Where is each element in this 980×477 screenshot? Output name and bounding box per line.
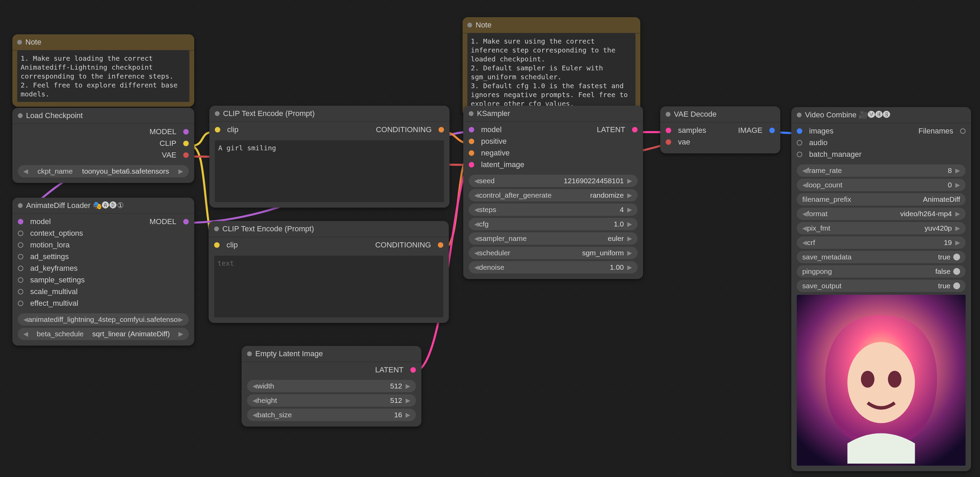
input-port-motion-lora[interactable] (18, 242, 23, 248)
left-arrow-icon[interactable]: ◀ (474, 264, 479, 271)
load-checkpoint-header[interactable]: Load Checkpoint (12, 108, 194, 124)
input-port-clip[interactable] (214, 242, 220, 248)
animatediff-loader-header[interactable]: AnimateDiff Loader 🎭🅐🅓① (12, 198, 194, 214)
clip-pos-header[interactable]: CLIP Text Encode (Prompt) (209, 106, 450, 122)
sampler-name-widget[interactable]: ◀sampler_nameeuler▶ (469, 232, 638, 245)
right-arrow-icon[interactable]: ▶ (627, 177, 632, 184)
left-arrow-icon[interactable]: ◀ (474, 249, 479, 257)
input-port-negative[interactable] (469, 150, 474, 156)
right-arrow-icon[interactable]: ▶ (955, 167, 960, 174)
right-arrow-icon[interactable]: ▶ (406, 397, 410, 404)
clip-neg-header[interactable]: CLIP Text Encode (Prompt) (208, 221, 449, 237)
output-port-filenames[interactable] (960, 128, 966, 134)
batch-size-widget[interactable]: ◀batch_size16▶ (247, 409, 416, 421)
collapse-dot-icon[interactable] (467, 23, 472, 27)
collapse-dot-icon[interactable] (247, 351, 252, 356)
input-port-samples[interactable] (666, 128, 671, 133)
right-arrow-icon[interactable]: ▶ (627, 220, 632, 228)
right-arrow-icon[interactable]: ▶ (955, 239, 960, 246)
left-arrow-icon[interactable]: ◀ (23, 330, 28, 338)
pingpong-toggle[interactable]: pingpongfalse (797, 265, 966, 278)
note-node-1[interactable]: Note 1. Make sure loading the correct An… (12, 34, 194, 107)
input-port-ad-settings[interactable] (18, 254, 23, 259)
right-arrow-icon[interactable]: ▶ (178, 330, 183, 338)
beta-schedule-widget[interactable]: ◀ beta_schedule sqrt_linear (AnimateDiff… (18, 328, 189, 340)
right-arrow-icon[interactable]: ▶ (627, 235, 632, 242)
left-arrow-icon[interactable]: ◀ (474, 220, 479, 228)
input-port-positive[interactable] (469, 138, 474, 144)
clip-neg-textarea[interactable]: text (214, 256, 443, 317)
left-arrow-icon[interactable]: ◀ (474, 191, 479, 199)
left-arrow-icon[interactable]: ◀ (802, 181, 807, 189)
vae-decode-node[interactable]: VAE Decode samples IMAGE vae (660, 107, 780, 153)
left-arrow-icon[interactable]: ◀ (474, 206, 479, 213)
collapse-dot-icon[interactable] (797, 113, 802, 118)
load-checkpoint-node[interactable]: Load Checkpoint MODEL CLIP VAE ◀ ckpt_na… (12, 108, 194, 183)
video-combine-node[interactable]: Video Combine 🎥🅥🅗🅢 images Filenames audi… (791, 107, 971, 471)
control-after-generate-widget[interactable]: ◀control_after_generaterandomize▶ (469, 189, 638, 202)
crf-widget[interactable]: ◀crf19▶ (797, 237, 966, 249)
right-arrow-icon[interactable]: ▶ (178, 316, 183, 323)
input-port-clip[interactable] (215, 127, 220, 132)
frame-rate-widget[interactable]: ◀frame_rate8▶ (797, 164, 966, 177)
collapse-dot-icon[interactable] (469, 111, 474, 116)
save-output-toggle[interactable]: save_outputtrue (797, 280, 966, 292)
left-arrow-icon[interactable]: ◀ (802, 210, 807, 218)
output-port-latent[interactable] (632, 127, 638, 132)
left-arrow-icon[interactable]: ◀ (802, 239, 807, 246)
height-widget[interactable]: ◀height512▶ (247, 394, 416, 407)
video-preview[interactable] (797, 295, 966, 466)
left-arrow-icon[interactable]: ◀ (474, 235, 479, 242)
right-arrow-icon[interactable]: ▶ (627, 264, 632, 271)
left-arrow-icon[interactable]: ◀ (253, 397, 257, 404)
input-port-effect-multival[interactable] (18, 301, 23, 306)
seed-widget[interactable]: ◀seed121690224458101▶ (469, 175, 638, 187)
loop-count-widget[interactable]: ◀loop_count0▶ (797, 179, 966, 191)
collapse-dot-icon[interactable] (18, 203, 23, 208)
output-port-image[interactable] (769, 128, 775, 133)
collapse-dot-icon[interactable] (18, 113, 23, 118)
animatediff-loader-node[interactable]: AnimateDiff Loader 🎭🅐🅓① model MODEL cont… (12, 198, 194, 345)
left-arrow-icon[interactable]: ◀ (253, 411, 257, 419)
left-arrow-icon[interactable]: ◀ (23, 167, 28, 175)
right-arrow-icon[interactable]: ▶ (955, 181, 960, 189)
output-port-conditioning[interactable] (438, 242, 443, 248)
empty-latent-header[interactable]: Empty Latent Image (242, 346, 422, 362)
output-port-conditioning[interactable] (439, 127, 444, 132)
right-arrow-icon[interactable]: ▶ (955, 210, 960, 218)
video-combine-header[interactable]: Video Combine 🎥🅥🅗🅢 (791, 107, 971, 123)
empty-latent-image-node[interactable]: Empty Latent Image LATENT ◀width512▶ ◀he… (242, 346, 422, 426)
input-port-latent-image[interactable] (469, 162, 474, 167)
note-2-header[interactable]: Note (463, 17, 640, 33)
clip-text-encode-negative-node[interactable]: CLIP Text Encode (Prompt) clip CONDITION… (208, 221, 449, 323)
save-metadata-toggle[interactable]: save_metadatatrue (797, 251, 966, 263)
output-port-model[interactable] (183, 129, 189, 135)
format-widget[interactable]: ◀formatvideo/h264-mp4▶ (797, 208, 966, 220)
input-port-batch-manager[interactable] (797, 152, 802, 157)
collapse-dot-icon[interactable] (215, 111, 220, 116)
output-port-model[interactable] (183, 219, 189, 224)
note-1-header[interactable]: Note (12, 34, 194, 51)
denoise-widget[interactable]: ◀denoise1.00▶ (469, 261, 638, 273)
right-arrow-icon[interactable]: ▶ (178, 167, 183, 175)
input-port-images[interactable] (797, 128, 802, 134)
note-node-2[interactable]: Note 1. Make sure using the correct infe… (463, 17, 640, 116)
output-port-vae[interactable] (183, 153, 189, 158)
input-port-audio[interactable] (797, 140, 802, 146)
input-port-scale-multival[interactable] (18, 289, 23, 294)
left-arrow-icon[interactable]: ◀ (802, 224, 807, 232)
ksampler-node[interactable]: KSampler model LATENT positive negative … (463, 106, 643, 279)
filename-prefix-widget[interactable]: filename_prefixAnimateDiff (797, 193, 966, 205)
vae-decode-header[interactable]: VAE Decode (660, 107, 780, 122)
collapse-dot-icon[interactable] (666, 112, 670, 117)
input-port-model[interactable] (469, 127, 474, 132)
steps-widget[interactable]: ◀steps4▶ (469, 204, 638, 216)
right-arrow-icon[interactable]: ▶ (406, 411, 410, 419)
right-arrow-icon[interactable]: ▶ (627, 206, 632, 213)
right-arrow-icon[interactable]: ▶ (406, 382, 410, 390)
input-port-ad-keyframes[interactable] (18, 266, 23, 271)
output-port-latent[interactable] (410, 367, 416, 373)
cfg-widget[interactable]: ◀cfg1.0▶ (469, 218, 638, 230)
width-widget[interactable]: ◀width512▶ (247, 380, 416, 392)
input-port-sample-settings[interactable] (18, 277, 23, 283)
